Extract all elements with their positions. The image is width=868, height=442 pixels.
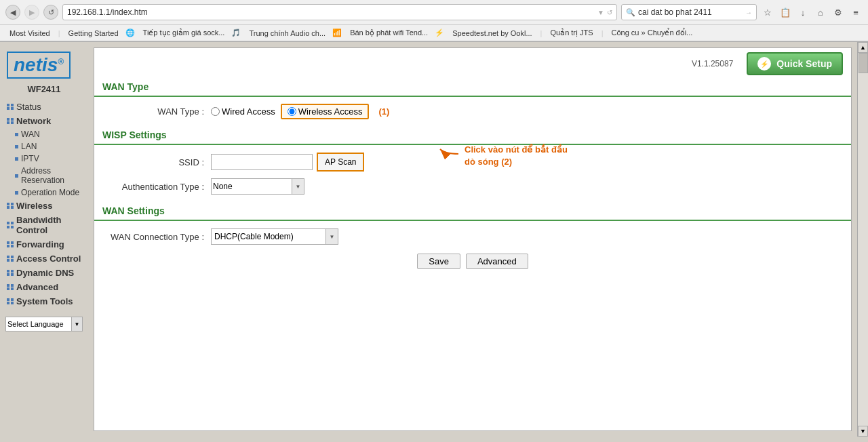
- dynamic-dns-grid-icon: [7, 270, 14, 277]
- wisp-settings-title: WISP Settings: [102, 129, 167, 140]
- refresh-button[interactable]: ↺: [43, 5, 58, 20]
- sidebar-item-dynamic-dns-label: Dynamic DNS: [16, 268, 74, 278]
- bookmark-wifi[interactable]: Bán bộ phát wifi Tend...: [346, 27, 432, 39]
- sidebar-logo: netis®: [0, 47, 88, 81]
- address-reservation-bullet-icon: [15, 174, 18, 178]
- star-icon[interactable]: ☆: [761, 5, 774, 19]
- bookmark-getting-started[interactable]: Getting Started: [64, 28, 123, 39]
- sidebar-item-network-label: Network: [16, 116, 51, 126]
- bookmark-most-visited[interactable]: Most Visited: [5, 28, 54, 39]
- sidebar-item-advanced-label: Advanced: [16, 282, 58, 292]
- auth-type-dropdown-arrow-icon[interactable]: ▼: [292, 178, 304, 195]
- wisp-settings-section-header: WISP Settings: [94, 126, 851, 145]
- scroll-up-button[interactable]: ▲: [858, 42, 868, 53]
- sidebar-item-access-control[interactable]: Access Control: [0, 252, 88, 266]
- quick-setup-circle-icon: ⚡: [757, 57, 771, 71]
- sidebar-item-forwarding[interactable]: Forwarding: [0, 237, 88, 252]
- sidebar-item-iptv[interactable]: IPTV: [0, 153, 88, 165]
- quick-setup-bolt-icon: ⚡: [760, 60, 768, 68]
- language-select-container: Select Language English Vietnamese ▼: [5, 317, 83, 332]
- advanced-button[interactable]: Advanced: [466, 254, 528, 269]
- status-grid-icon: [7, 104, 14, 110]
- bookmark-convert[interactable]: Công cu » Chuyển đổi...: [608, 27, 697, 39]
- sidebar-item-system-tools-label: System Tools: [16, 296, 73, 306]
- settings-icon[interactable]: ⚙: [831, 5, 845, 19]
- bookmark-icon-1: 🌐: [125, 28, 135, 37]
- sidebar-item-wireless[interactable]: Wireless: [0, 199, 88, 213]
- wan-settings-section-header: WAN Settings: [94, 202, 851, 221]
- advanced-grid-icon: [7, 284, 14, 291]
- browser-chrome: ◀ ▶ ↺ 192.168.1.1/index.htm ▼ ↺ 🔍 cai da…: [0, 0, 868, 42]
- wired-access-radio-label[interactable]: Wired Access: [211, 106, 275, 117]
- menu-icon[interactable]: ≡: [849, 5, 863, 19]
- wan-type-section: WAN Type WAN Type : Wired Access Wi: [94, 78, 851, 126]
- sidebar-item-address-reservation[interactable]: Address Reservation: [0, 165, 88, 186]
- sidebar-item-dynamic-dns[interactable]: Dynamic DNS: [0, 266, 88, 280]
- search-arrow-icon: →: [745, 9, 752, 16]
- sidebar-item-bandwidth-control[interactable]: Bandwidth Control: [0, 213, 88, 237]
- wired-access-radio[interactable]: [211, 107, 220, 116]
- wireless-access-radio[interactable]: [288, 107, 296, 116]
- history-icon[interactable]: 📋: [778, 5, 792, 19]
- home-icon[interactable]: ⌂: [814, 5, 827, 19]
- forwarding-grid-icon: [7, 241, 14, 248]
- sidebar: netis® WF2411 Status: [0, 42, 88, 437]
- bookmarks-bar: Most Visited | Getting Started 🌐 Tiếp tụ…: [0, 25, 868, 41]
- sidebar-item-operation-mode[interactable]: Operation Mode: [0, 186, 88, 199]
- wireless-access-selected: Wireless Access: [281, 104, 370, 119]
- browser-action-icons: ☆ 📋 ↓ ⌂ ⚙ ≡: [761, 5, 863, 19]
- browser-toolbar: ◀ ▶ ↺ 192.168.1.1/index.htm ▼ ↺ 🔍 cai da…: [0, 0, 868, 25]
- wan-settings-title: WAN Settings: [102, 205, 165, 216]
- scrollbar-right[interactable]: ▲ ▼: [857, 42, 868, 437]
- language-dropdown-arrow-icon[interactable]: ▼: [72, 317, 83, 332]
- bookmark-sock[interactable]: Tiếp tục giảm giá sock...: [139, 27, 229, 39]
- wan-type-controls: Wired Access Wireless Access (1): [211, 104, 389, 119]
- wan-conn-type-dropdown-arrow-icon[interactable]: ▼: [326, 228, 338, 245]
- language-select-input[interactable]: Select Language English Vietnamese: [5, 317, 72, 332]
- search-bar[interactable]: 🔍 cai dat bo phat 2411 →: [621, 4, 757, 20]
- registered-icon: ®: [58, 57, 64, 66]
- sidebar-item-network[interactable]: Network: [0, 114, 88, 128]
- sidebar-item-status[interactable]: Status: [0, 100, 88, 114]
- content-panel: V1.1.25087 ⚡ Quick Setup WAN Type W: [94, 47, 852, 431]
- sidebar-item-advanced[interactable]: Advanced: [0, 280, 88, 294]
- sidebar-item-wan[interactable]: WAN: [0, 128, 88, 140]
- operation-mode-bullet-icon: [15, 191, 18, 195]
- sidebar-menu: Status Network WAN: [0, 97, 88, 311]
- sidebar-item-wireless-label: Wireless: [16, 201, 52, 211]
- wan-settings-form: WAN Connection Type : DHCP(Cable Modem) …: [94, 221, 851, 277]
- wan-conn-type-select[interactable]: DHCP(Cable Modem) PPPoE Static IP: [211, 228, 326, 245]
- wan-conn-type-controls: DHCP(Cable Modem) PPPoE Static IP ▼: [211, 228, 338, 245]
- bookmark-jts[interactable]: Quản trị JTS: [546, 27, 597, 39]
- sidebar-item-status-label: Status: [16, 102, 41, 112]
- bookmark-icon-2: 🎵: [231, 28, 241, 37]
- language-select-wrapper[interactable]: Select Language English Vietnamese ▼: [5, 317, 83, 332]
- ssid-row: SSID : AP Scan: [102, 149, 843, 175]
- search-text: cai dat bo phat 2411: [638, 7, 745, 17]
- ssid-input[interactable]: [211, 154, 313, 170]
- ap-scan-button[interactable]: AP Scan: [318, 154, 363, 170]
- sidebar-item-lan[interactable]: LAN: [0, 140, 88, 153]
- address-bar[interactable]: 192.168.1.1/index.htm ▼ ↺: [62, 4, 617, 20]
- sidebar-item-wan-label: WAN: [21, 129, 40, 139]
- save-button[interactable]: Save: [417, 254, 460, 269]
- ap-scan-wrapper: AP Scan: [317, 153, 364, 172]
- scroll-down-button[interactable]: ▼: [858, 426, 868, 437]
- back-button[interactable]: ◀: [5, 5, 20, 20]
- wan-conn-type-label: WAN Connection Type :: [102, 232, 211, 242]
- wired-access-text: Wired Access: [222, 106, 275, 117]
- wan-settings-section: WAN Settings WAN Connection Type : DHCP(…: [94, 202, 851, 277]
- sidebar-item-lan-label: LAN: [21, 142, 37, 151]
- annotation-2-text: Click vào nút để bắt đầu dò sóng (2): [465, 144, 568, 168]
- wan-type-form: WAN Type : Wired Access Wireless Access …: [94, 97, 851, 126]
- sidebar-item-system-tools[interactable]: System Tools: [0, 294, 88, 308]
- main-area: netis® WF2411 Status: [0, 42, 857, 437]
- bookmark-audio[interactable]: Trung chính Audio ch...: [245, 28, 330, 39]
- scrollbar-thumb[interactable]: [859, 53, 868, 73]
- download-icon[interactable]: ↓: [796, 5, 810, 19]
- forward-button[interactable]: ▶: [24, 5, 39, 20]
- quick-setup-button[interactable]: ⚡ Quick Setup: [747, 52, 843, 75]
- bookmark-speedtest[interactable]: Speedtest.net by Ookl...: [448, 28, 536, 39]
- auth-type-select[interactable]: None WPA WPA2: [211, 178, 292, 195]
- save-button-label: Save: [429, 256, 449, 266]
